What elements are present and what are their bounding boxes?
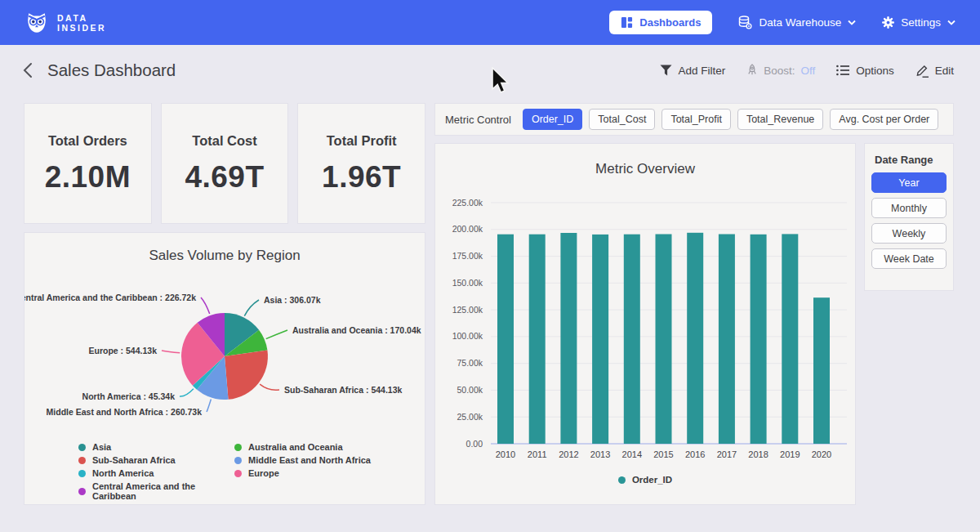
legend-item-asia[interactable]: Asia bbox=[78, 442, 229, 452]
y-tick-label: 25.00k bbox=[457, 412, 483, 422]
top-navbar: DATA INSIDER Dashboards bbox=[0, 0, 980, 45]
legend-label: Sub-Saharan Africa bbox=[92, 455, 176, 465]
legend-item-central-america-and-the-caribbean[interactable]: Central America and the Caribbean bbox=[78, 481, 229, 501]
legend-item-sub-saharan-africa[interactable]: Sub-Saharan Africa bbox=[78, 455, 229, 465]
brand-line1: DATA bbox=[57, 13, 106, 23]
brand-logo[interactable]: DATA INSIDER bbox=[24, 11, 106, 35]
boost-toggle[interactable]: Boost: Off bbox=[746, 64, 815, 77]
pie-legend-column: AsiaSub-Saharan AfricaNorth AmericaCentr… bbox=[78, 442, 229, 501]
chevron-down-icon bbox=[947, 20, 956, 25]
edit-button[interactable]: Edit bbox=[915, 64, 954, 78]
page-header: Sales Dashboard Add Filter Boost: Off bbox=[0, 45, 980, 96]
bar-2013[interactable] bbox=[592, 235, 608, 444]
y-tick-label: 75.00k bbox=[457, 358, 483, 368]
data-warehouse-menu[interactable]: Data Warehouse bbox=[738, 16, 856, 29]
x-tick-label: 2012 bbox=[559, 449, 578, 459]
dashboards-icon bbox=[621, 16, 633, 29]
pie-chart-title: Sales Volume by Region bbox=[24, 246, 425, 266]
settings-menu[interactable]: Settings bbox=[882, 16, 956, 29]
kpi-label: Total Orders bbox=[48, 133, 127, 149]
legend-dot bbox=[234, 457, 242, 464]
date-range-option-weekly[interactable]: Weekly bbox=[871, 223, 947, 244]
legend-label: Central America and the Caribbean bbox=[92, 481, 229, 501]
pie-label-middle-east-and-north-africa: Middle East and North Africa : 260.73k bbox=[47, 407, 203, 417]
pie-leader-line bbox=[201, 297, 210, 314]
pie-label-sub-saharan-africa: Sub-Saharan Africa : 544.13k bbox=[284, 385, 402, 395]
date-range-option-year[interactable]: Year bbox=[871, 172, 947, 193]
metric-option-avg-cost-per-order[interactable]: Avg. Cost per Order bbox=[830, 109, 938, 130]
metric-option-order-id[interactable]: Order_ID bbox=[523, 109, 582, 130]
pie-label-north-america: North America : 45.34k bbox=[82, 391, 176, 401]
dashboards-label: Dashboards bbox=[639, 16, 701, 29]
database-icon bbox=[738, 16, 752, 29]
bar-2011[interactable] bbox=[529, 235, 546, 444]
date-range-label: Date Range bbox=[875, 154, 947, 166]
pie-leader-line bbox=[260, 384, 279, 390]
pie-chart-svg: Asia : 306.07kAustralia and Oceania : 17… bbox=[24, 278, 425, 437]
legend-item-north-america[interactable]: North America bbox=[78, 468, 229, 478]
filter-icon bbox=[660, 65, 672, 76]
date-range-option-week-date[interactable]: Week Date bbox=[871, 248, 947, 269]
kpi-value: 4.69T bbox=[185, 160, 264, 194]
metric-control-buttons: Order_IDTotal_CostTotal_ProfitTotal_Reve… bbox=[523, 109, 938, 130]
metric-option-total-revenue[interactable]: Total_Revenue bbox=[737, 109, 823, 130]
metric-option-total-profit[interactable]: Total_Profit bbox=[662, 109, 731, 130]
bar-chart-card: Metric Overview 225.00k200.00k175.00k150… bbox=[435, 144, 855, 504]
bar-2015[interactable] bbox=[656, 235, 672, 445]
kpi-label: Total Profit bbox=[327, 133, 397, 149]
y-tick-label: 225.00k bbox=[452, 198, 483, 208]
brand-text: DATA INSIDER bbox=[57, 13, 106, 33]
pie-label-europe: Europe : 544.13k bbox=[89, 346, 158, 355]
pie-slice-sub-saharan-africa[interactable] bbox=[225, 350, 268, 399]
options-list-icon bbox=[836, 65, 850, 76]
date-range-buttons: YearMonthlyWeeklyWeek Date bbox=[871, 172, 947, 269]
pie-leader-line bbox=[244, 300, 259, 316]
settings-label: Settings bbox=[901, 16, 941, 29]
legend-dot bbox=[78, 470, 86, 477]
kpi-label: Total Cost bbox=[192, 133, 256, 149]
bar-2014[interactable] bbox=[624, 235, 640, 444]
bar-2010[interactable] bbox=[497, 235, 514, 444]
bar-2017[interactable] bbox=[719, 235, 735, 445]
legend-dot bbox=[234, 444, 242, 451]
bar-legend-label: Order_ID bbox=[632, 475, 672, 485]
boost-value: Off bbox=[800, 65, 815, 77]
back-icon[interactable] bbox=[23, 62, 33, 78]
owl-logo-icon bbox=[24, 11, 49, 35]
bar-2019[interactable] bbox=[782, 234, 798, 444]
x-tick-label: 2014 bbox=[622, 449, 642, 459]
kpi-card-total-orders: Total Orders2.10M bbox=[24, 104, 151, 223]
legend-item-middle-east-and-north-africa[interactable]: Middle East and North Africa bbox=[234, 455, 371, 465]
bar-legend-dot bbox=[618, 476, 626, 484]
add-filter-label: Add Filter bbox=[678, 65, 725, 77]
legend-item-australia-and-oceania[interactable]: Australia and Oceania bbox=[234, 442, 371, 452]
legend-dot bbox=[78, 488, 86, 495]
bar-2012[interactable] bbox=[560, 233, 577, 444]
x-tick-label: 2018 bbox=[748, 449, 768, 459]
rocket-icon bbox=[746, 64, 758, 77]
metric-control-bar: Metric Control Order_IDTotal_CostTotal_P… bbox=[435, 104, 953, 135]
bar-2018[interactable] bbox=[751, 235, 767, 444]
legend-label: Europe bbox=[248, 468, 279, 478]
x-tick-label: 2017 bbox=[717, 449, 737, 459]
date-range-option-monthly[interactable]: Monthly bbox=[871, 198, 947, 218]
dashboards-button[interactable]: Dashboards bbox=[609, 11, 712, 34]
legend-item-europe[interactable]: Europe bbox=[234, 468, 371, 478]
pie-leader-line bbox=[266, 330, 287, 339]
sales-dashboard-app: DATA INSIDER Dashboards bbox=[0, 0, 980, 532]
y-tick-label: 100.00k bbox=[452, 331, 483, 341]
kpi-value: 1.96T bbox=[322, 160, 401, 194]
add-filter-button[interactable]: Add Filter bbox=[660, 65, 725, 77]
bar-2020[interactable] bbox=[813, 297, 830, 444]
options-button[interactable]: Options bbox=[836, 65, 894, 77]
x-tick-label: 2015 bbox=[653, 449, 673, 459]
y-tick-label: 175.00k bbox=[452, 251, 483, 261]
pencil-icon bbox=[915, 64, 929, 78]
y-tick-label: 200.00k bbox=[452, 224, 483, 234]
bar-2016[interactable] bbox=[687, 233, 703, 444]
legend-label: Asia bbox=[92, 442, 111, 452]
metric-option-total-cost[interactable]: Total_Cost bbox=[589, 109, 655, 130]
edit-label: Edit bbox=[935, 65, 954, 77]
legend-dot bbox=[78, 444, 86, 451]
date-range-panel: Date Range YearMonthlyWeeklyWeek Date bbox=[865, 144, 953, 290]
